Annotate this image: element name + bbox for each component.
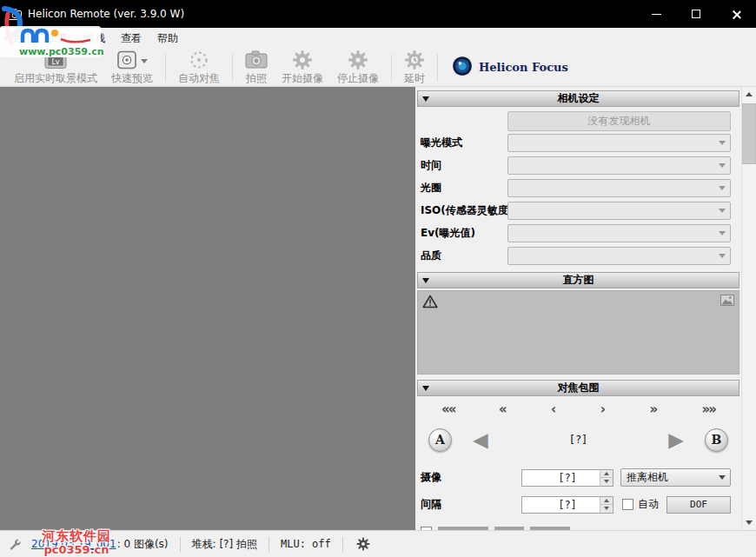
shots-stepper[interactable]: [?] [521,469,613,487]
shoot-label: 拍照 [246,73,267,84]
settings-gear-icon[interactable] [356,537,370,551]
focus-bracketing-section: 对焦包围 «« « ‹ › » »» A ◀ [?] ▶ B [415,380,741,530]
ab-point-row: A ◀ [?] ▶ B [415,422,741,457]
move-to-a-arrow-button[interactable]: ◀ [473,430,488,450]
auto-checkbox-label: 自动 [638,497,659,512]
stepper-up-button[interactable] [600,470,613,479]
ev-row: Ev(曝光值) [415,222,741,244]
chevron-up-icon [604,472,609,475]
interval-label: 间隔 [421,497,521,512]
dof-button[interactable]: DOF [666,496,731,514]
focus-bracketing-header[interactable]: 对焦包围 [417,380,739,396]
chevron-down-icon [719,254,726,258]
session-folder-link[interactable]: 2019.03.19_001 [31,538,116,550]
toolbar: Lv 启用实时取景模式 快速预览 [0,49,756,87]
set-point-b-button[interactable]: B [705,428,728,452]
chevron-down-icon [719,475,726,480]
mlu-status: MLU: off [281,538,331,550]
menu-help[interactable]: 帮助 [149,28,186,49]
scroll-up-button[interactable] [742,87,756,102]
step-small-toward-a-button[interactable]: ‹ [551,402,556,416]
panel-scrollbar[interactable] [741,87,756,530]
menu-view[interactable]: 查看 [113,28,149,49]
shots-label: 摄像 [421,470,521,485]
close-button[interactable] [716,0,756,28]
maximize-button[interactable] [676,0,716,28]
status-separator [269,537,269,552]
camera-settings-header[interactable]: 相机设定 [417,90,739,107]
window-title: Helicon Remote (ver. 3.9.0 W) [28,8,184,20]
histogram-header[interactable]: 直方图 [417,272,739,288]
scroll-down-button[interactable] [742,515,756,530]
scrollbar-thumb[interactable] [742,103,756,164]
direction-combobox[interactable]: 推离相机 [620,468,731,487]
iso-combobox[interactable] [507,202,731,220]
ev-label: Ev(曝光值) [421,226,507,241]
helicon-focus-button[interactable]: Helicon Focus [443,50,577,85]
quick-preview-button[interactable]: 快速预览 [104,50,160,85]
helicon-focus-label: Helicon Focus [479,61,568,74]
auto-checkbox[interactable] [622,499,633,510]
shoot-button[interactable]: 拍照 [238,50,275,85]
histogram-section: 直方图 [415,272,741,375]
autofocus-icon [189,50,209,73]
chevron-down-icon [719,186,726,190]
quick-preview-dropdown-icon[interactable] [141,59,148,63]
toolbar-separator [232,54,233,82]
start-video-button[interactable]: 开始摄像 [275,50,330,85]
stepper-down-button[interactable] [600,505,613,513]
interval-row: 间隔 [?] 自动 DOF [415,493,741,516]
quality-combobox[interactable] [507,247,731,265]
chevron-down-icon [719,163,726,168]
chevron-down-icon [719,141,726,145]
exposure-mode-combobox[interactable] [507,134,731,152]
step-small-toward-b-button[interactable]: › [600,402,606,416]
move-to-b-arrow-button[interactable]: ▶ [668,430,684,450]
autofocus-button[interactable]: 自动对焦 [171,50,227,85]
settings-panel: 相机设定 没有发现相机 曝光模式 时间 光圈 [415,87,741,530]
shots-value: [?] [558,472,577,484]
shutter-time-combobox[interactable] [507,156,731,175]
stepper-down-button[interactable] [600,478,613,486]
watermark-box: www.pc0359.cn [0,26,101,57]
chevron-up-icon [746,92,753,96]
helicon-remote-window: Helicon Remote (ver. 3.9.0 W) 文件 工具 堆栈 查… [0,0,756,557]
histogram-area [417,290,739,375]
histogram-title: 直方图 [563,273,594,288]
statusbar: 2019.03.19_001 : 0 图像(s) 堆栈: [?] 拍照 MLU:… [0,530,756,557]
iso-row: ISO(传感器灵敏度) [415,199,741,222]
focus-bracketing-title: 对焦包围 [558,381,600,395]
stepper-up-button[interactable] [600,497,613,506]
chevron-down-icon [719,231,726,235]
camera-settings-title: 相机设定 [558,91,600,106]
focus-position-value: [?] [488,434,669,446]
titlebar: Helicon Remote (ver. 3.9.0 W) [0,0,756,28]
timelapse-button[interactable]: 延时 [397,50,432,85]
stop-video-button[interactable]: 停止摄像 [330,50,386,85]
status-separator [180,537,181,552]
aperture-combobox[interactable] [507,179,731,197]
set-point-a-button[interactable]: A [428,428,452,452]
liveview-viewport [0,87,415,530]
step-medium-toward-a-button[interactable]: « [499,402,507,416]
image-icon[interactable] [720,295,734,308]
interval-stepper[interactable]: [?] [521,496,613,514]
exposure-mode-row: 曝光模式 [415,131,741,154]
main-area: 相机设定 没有发现相机 曝光模式 时间 光圈 [0,87,756,530]
step-medium-toward-b-button[interactable]: » [649,402,658,416]
chevron-down-icon [604,480,609,483]
shots-row: 摄像 [?] 推离相机 [415,466,741,489]
ev-combobox[interactable] [507,224,731,242]
wrench-icon[interactable] [8,537,22,551]
timelapse-gear-icon [404,50,425,73]
step-far-toward-a-button[interactable]: «« [441,402,454,416]
quality-row: 品质 [415,244,741,267]
minimize-button[interactable] [636,0,676,28]
live-view-label: 启用实时取景模式 [14,73,97,84]
quick-preview-label: 快速预览 [111,73,153,84]
aperture-label: 光圈 [421,181,507,196]
warning-icon [422,295,438,311]
shoot-camera-icon [245,50,268,71]
collapse-triangle-icon [422,96,429,102]
step-far-toward-b-button[interactable]: »» [702,402,715,416]
